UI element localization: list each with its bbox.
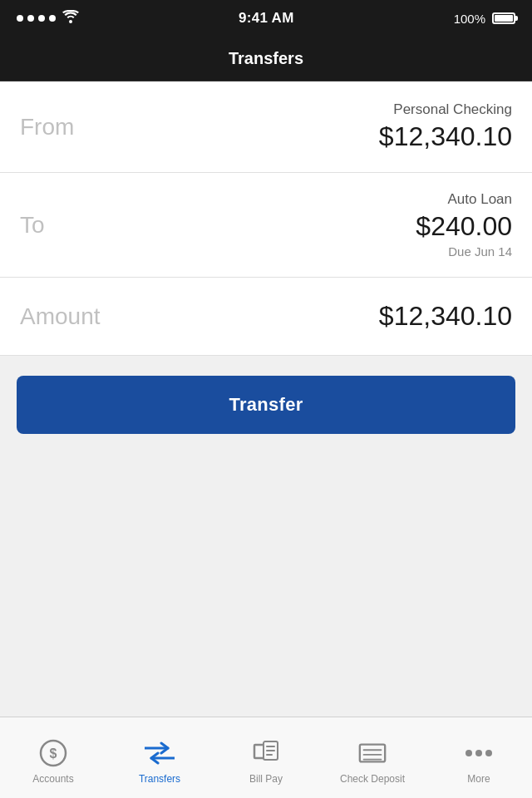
status-bar: 9:41 AM 100% (0, 0, 532, 37)
to-row[interactable]: To Auto Loan $240.00 Due Jun 14 (0, 173, 532, 278)
signal-dot-1 (17, 15, 23, 22)
tab-more[interactable]: More (426, 717, 532, 798)
amount-row[interactable]: Amount $12,340.10 (0, 278, 532, 356)
wifi-icon (62, 10, 79, 27)
tab-bill-pay[interactable]: Bill Pay (213, 717, 319, 798)
tab-check-deposit[interactable]: Check Deposit (319, 717, 426, 798)
from-row[interactable]: From Personal Checking $12,340.10 (0, 81, 532, 173)
svg-point-13 (466, 750, 472, 756)
svg-text:$: $ (50, 746, 57, 761)
signal-dot-2 (27, 15, 34, 22)
status-left (17, 10, 79, 27)
tab-transfers[interactable]: Transfers (106, 717, 213, 798)
status-right: 100% (454, 12, 515, 26)
amount-value: $12,340.10 (379, 301, 512, 332)
signal-dot-4 (49, 15, 56, 22)
bill-pay-icon (251, 738, 281, 768)
signal-dots (17, 15, 56, 22)
content-area: From Personal Checking $12,340.10 To Aut… (0, 81, 532, 798)
tab-accounts-label: Accounts (32, 773, 73, 785)
nav-title: Transfers (229, 49, 303, 68)
more-icon (464, 738, 494, 768)
amount-label: Amount (20, 303, 101, 330)
svg-point-15 (485, 750, 492, 756)
transfer-button[interactable]: Transfer (17, 376, 515, 434)
tab-accounts[interactable]: $ Accounts (0, 717, 106, 798)
signal-dot-3 (38, 15, 45, 22)
svg-point-14 (475, 750, 482, 756)
tab-more-label: More (467, 773, 490, 785)
page: 9:41 AM 100% Transfers From Personal Che… (0, 0, 532, 798)
tab-bill-pay-label: Bill Pay (249, 773, 283, 785)
from-amount: $12,340.10 (379, 121, 512, 152)
transfers-icon (145, 738, 175, 768)
status-time: 9:41 AM (239, 10, 294, 27)
from-label: From (20, 114, 74, 140)
to-due: Due Jun 14 (416, 244, 512, 259)
to-values: Auto Loan $240.00 Due Jun 14 (416, 191, 512, 259)
to-amount: $240.00 (416, 211, 512, 242)
tab-bar: $ Accounts Transfers (0, 717, 532, 798)
battery-icon (492, 12, 515, 24)
check-deposit-icon (357, 738, 387, 768)
tab-check-deposit-label: Check Deposit (340, 773, 405, 785)
tab-transfers-label: Transfers (139, 773, 180, 785)
accounts-icon: $ (38, 738, 68, 768)
from-values: Personal Checking $12,340.10 (379, 101, 512, 152)
to-account-name: Auto Loan (416, 191, 512, 208)
nav-bar: Transfers (0, 37, 532, 81)
from-account-name: Personal Checking (379, 101, 512, 118)
battery-percent: 100% (454, 12, 485, 26)
to-label: To (20, 212, 45, 239)
